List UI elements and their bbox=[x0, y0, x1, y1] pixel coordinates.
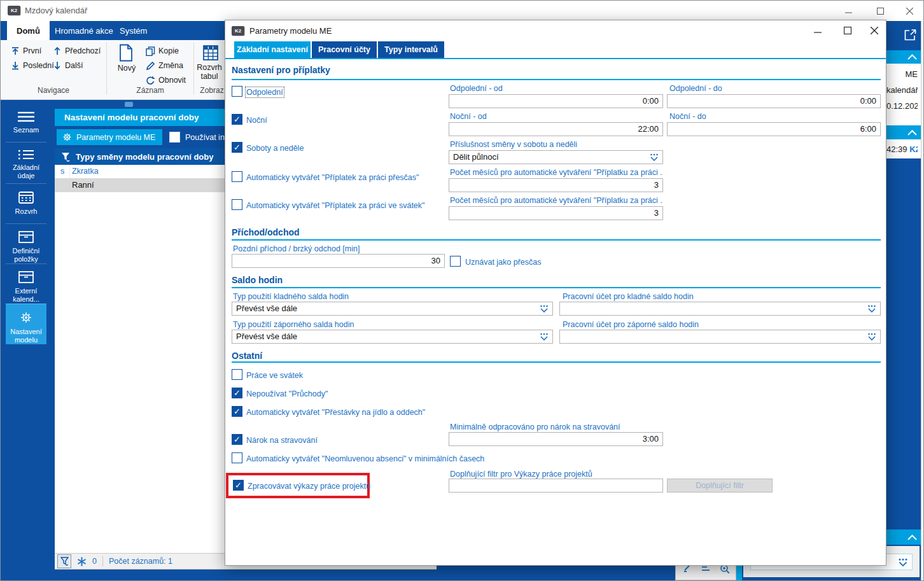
minimize-icon bbox=[814, 27, 822, 34]
pozdni-prichod-input[interactable]: 30 bbox=[232, 254, 445, 268]
filter-button[interactable] bbox=[57, 554, 71, 568]
copy-icon bbox=[146, 46, 155, 56]
auto-svatek-label: Automaticky vytvářet "Příplatek za práci… bbox=[246, 201, 425, 210]
right-filler bbox=[886, 158, 921, 529]
auto-absence-checkbox[interactable] bbox=[232, 452, 242, 463]
model-params-button[interactable]: Parametry modelu ME bbox=[57, 129, 162, 145]
odpoledni-od-input[interactable]: 0:00 bbox=[449, 94, 663, 108]
nocni-od-input[interactable]: 22:00 bbox=[449, 122, 663, 136]
dialog-minimize-button[interactable] bbox=[805, 22, 830, 39]
sidebar-item-nastaveni-modelu[interactable]: Nastavení modelu bbox=[6, 304, 46, 344]
ribbon-separator bbox=[106, 43, 107, 95]
min-odpracovano-input[interactable]: 3:00 bbox=[449, 432, 663, 446]
dialog-parametry-modelu: K2 Parametry modelu ME Základní nastaven… bbox=[225, 20, 886, 566]
new-label: Nový bbox=[113, 64, 141, 73]
close-button[interactable] bbox=[897, 2, 922, 20]
tab-typy-intervalu[interactable]: Typy intervalů bbox=[378, 41, 444, 58]
gear-icon bbox=[19, 311, 33, 324]
typ-kladneho-salda-dropdown[interactable]: Převést vše dále bbox=[232, 302, 553, 316]
first-button[interactable]: První bbox=[11, 45, 41, 57]
sidebar-item-label: Externí kalend... bbox=[6, 287, 46, 304]
odpoledni-label: Odpolední bbox=[246, 88, 283, 97]
sidebar-item-externi-kalendar[interactable]: Externí kalend... bbox=[6, 263, 46, 304]
changes-count: 0 bbox=[92, 557, 97, 566]
close-icon bbox=[871, 27, 878, 34]
sidebar-item-seznam[interactable]: Seznam bbox=[6, 104, 46, 142]
group-zaznam-label: Záznam bbox=[108, 86, 193, 95]
soboty-nedele-checkbox[interactable] bbox=[232, 142, 242, 153]
pocet-mesicu-prescas-input[interactable]: 3 bbox=[449, 178, 663, 192]
previous-button[interactable]: Předchozí bbox=[53, 45, 101, 57]
sidebar-item-definicni-polozky[interactable]: Definiční položky bbox=[6, 223, 46, 263]
tab-label: Hromadné akce bbox=[55, 26, 113, 36]
tab-pracovni-ucty[interactable]: Pracovní účty bbox=[312, 41, 377, 58]
sort-icon bbox=[701, 565, 711, 573]
auto-prescas-checkbox[interactable] bbox=[232, 171, 242, 182]
maximize-button[interactable] bbox=[867, 2, 893, 20]
new-button[interactable] bbox=[119, 44, 133, 64]
tab-zakladni-nastaveni[interactable]: Základní nastavení bbox=[234, 41, 311, 58]
copy-button[interactable]: Kopie bbox=[146, 45, 179, 57]
nocni-checkbox[interactable] bbox=[232, 114, 242, 125]
odpoledni-do-input[interactable]: 0:00 bbox=[667, 94, 881, 108]
odpoledni-checkbox[interactable] bbox=[232, 86, 242, 97]
refresh-icon bbox=[146, 76, 155, 85]
doplnujici-filtr-input[interactable] bbox=[449, 479, 663, 493]
sidebar-item-label: Nastavení modelu bbox=[6, 328, 46, 344]
prace-svatek-checkbox[interactable] bbox=[232, 369, 242, 380]
ucet-zaporne-saldo-dropdown[interactable] bbox=[559, 330, 881, 344]
prislusnost-dropdown[interactable]: Dělit půlnocí bbox=[449, 150, 663, 164]
zpracovavat-vykazy-checkbox[interactable] bbox=[233, 480, 244, 491]
open-external-button[interactable] bbox=[904, 29, 916, 43]
minimize-button[interactable] bbox=[836, 2, 861, 20]
narok-stravovani-checkbox[interactable] bbox=[232, 434, 242, 445]
dropdown-icon bbox=[539, 305, 549, 313]
tab-label: Domů bbox=[17, 26, 40, 36]
use-individual-checkbox[interactable] bbox=[169, 132, 180, 143]
dialog-maximize-button[interactable] bbox=[835, 22, 860, 39]
next-button[interactable]: Další bbox=[53, 59, 83, 72]
odpoledni-od-label: Odpolední - od bbox=[450, 84, 503, 93]
chevron-up-icon bbox=[907, 130, 917, 136]
tab-domu[interactable]: Domů bbox=[7, 21, 50, 40]
typ-kladneho-salda-label: Typ použití kladného salda hodin bbox=[233, 292, 349, 301]
nocni-do-input[interactable]: 6:00 bbox=[667, 122, 881, 136]
sidebar-item-rozvrh[interactable]: Rozvrh bbox=[6, 183, 46, 223]
gear-icon bbox=[62, 132, 72, 142]
nepouzivat-pruchody-checkbox[interactable] bbox=[232, 388, 242, 398]
main-titlebar: K2 Mzdový kalendář bbox=[1, 1, 924, 22]
pocet-mesicu-svatek-input[interactable]: 3 bbox=[449, 206, 663, 220]
zoom-plus-icon bbox=[719, 565, 731, 573]
right-panel-header[interactable] bbox=[886, 125, 921, 139]
time-value: 42:39 bbox=[886, 144, 907, 154]
open-external-icon bbox=[904, 29, 916, 41]
tab-label: Systém bbox=[120, 26, 147, 36]
auto-svatek-checkbox[interactable] bbox=[232, 199, 242, 210]
auto-absence-label: Automaticky vytvářet "Neomluvenou absenc… bbox=[246, 454, 484, 463]
section-underline bbox=[232, 79, 881, 80]
shift-types-title: Typy směny modelu pracovní doby bbox=[76, 152, 213, 162]
tab-label: Pracovní účty bbox=[318, 45, 370, 54]
statusbar-divider bbox=[102, 556, 103, 566]
typ-zaporneho-salda-dropdown[interactable]: Převést vše dále bbox=[232, 330, 553, 344]
maximize-icon bbox=[877, 8, 884, 15]
schedule-table-button[interactable] bbox=[203, 45, 218, 63]
ucet-kladne-saldo-dropdown[interactable] bbox=[559, 302, 881, 316]
sidebar-item-zakladni-udaje[interactable]: Základní údaje bbox=[6, 142, 46, 183]
change-button[interactable]: Změna bbox=[146, 59, 183, 72]
right-panel-header[interactable] bbox=[886, 50, 921, 64]
tab-system[interactable]: Systém bbox=[110, 21, 157, 40]
row-zkratka: Ranní bbox=[72, 180, 94, 190]
last-button[interactable]: Poslední bbox=[11, 59, 54, 72]
auto-prestavky-checkbox[interactable] bbox=[232, 406, 242, 417]
right-toolbar bbox=[886, 22, 921, 50]
narok-stravovani-label: Nárok na stravování bbox=[246, 436, 318, 445]
refresh-button[interactable]: Obnovit bbox=[146, 74, 186, 87]
edit-icon bbox=[683, 565, 694, 573]
model-params-label: Parametry modelu ME bbox=[76, 133, 155, 142]
min-odpracovano-label: Minimálně odpracováno pro nárok na strav… bbox=[450, 423, 620, 431]
dialog-close-button[interactable] bbox=[862, 22, 887, 39]
uznavat-prescas-checkbox[interactable] bbox=[450, 256, 461, 267]
doplnujici-filtr-button[interactable]: Doplňující filtr bbox=[667, 479, 773, 493]
column-separator bbox=[69, 165, 70, 178]
